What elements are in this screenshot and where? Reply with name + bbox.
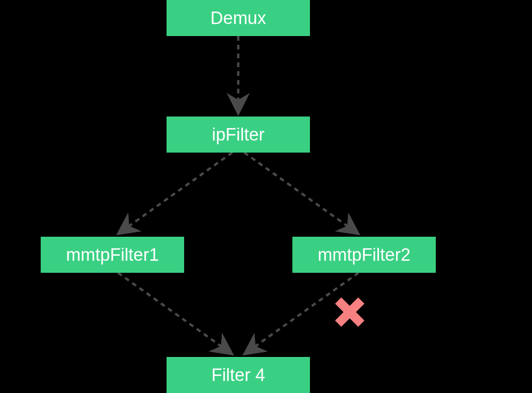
edge-mmtpfilter1-filter4: [118, 273, 232, 354]
cross-icon: [334, 296, 366, 328]
connector-layer: [0, 0, 532, 393]
node-mmtpfilter2-label: mmtpFilter2: [318, 245, 411, 265]
edge-ipfilter-mmtpfilter1: [118, 153, 232, 234]
node-demux-label: Demux: [210, 8, 266, 28]
node-filter4: Filter 4: [167, 357, 310, 393]
node-mmtpfilter1: mmtpFilter1: [41, 237, 184, 273]
node-mmtpfilter2: mmtpFilter2: [292, 237, 436, 273]
node-ipfilter: ipFilter: [167, 117, 310, 153]
node-mmtpfilter1-label: mmtpFilter1: [66, 245, 159, 265]
node-ipfilter-label: ipFilter: [212, 125, 265, 145]
node-filter4-label: Filter 4: [211, 365, 265, 385]
edge-mmtpfilter2-filter4: [244, 273, 359, 354]
node-demux: Demux: [167, 0, 310, 36]
edge-ipfilter-mmtpfilter2: [244, 153, 359, 234]
